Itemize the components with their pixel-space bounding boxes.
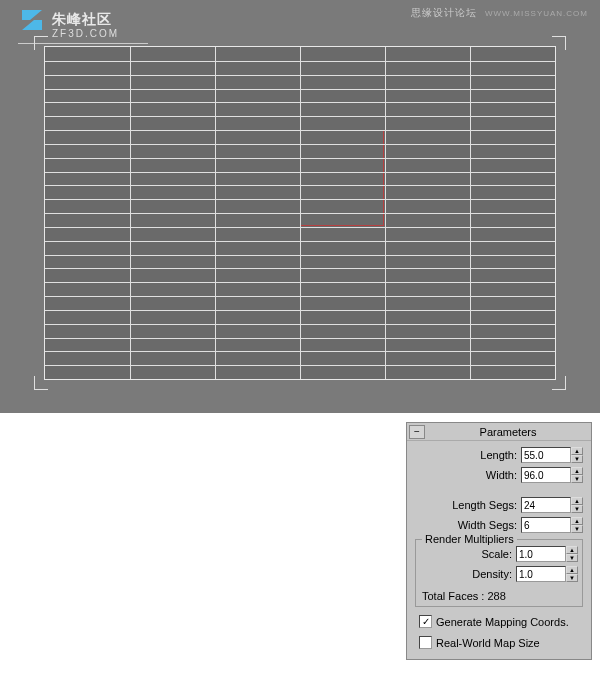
parameters-panel: − Parameters Length: ▲▼ Width: ▲▼ Length… bbox=[406, 422, 592, 660]
wsegs-up[interactable]: ▲ bbox=[571, 517, 583, 525]
lsegs-down[interactable]: ▼ bbox=[571, 505, 583, 513]
scale-up[interactable]: ▲ bbox=[566, 546, 578, 554]
wsegs-spinner[interactable]: ▲▼ bbox=[521, 517, 583, 533]
collapse-button[interactable]: − bbox=[409, 425, 425, 439]
render-multipliers-group: Render Multipliers Scale: ▲▼ Density: ▲▼… bbox=[415, 539, 583, 607]
logo-subtitle: ZF3D.COM bbox=[52, 28, 119, 39]
total-faces: Total Faces : 288 bbox=[420, 586, 578, 602]
mapping-label: Generate Mapping Coords. bbox=[436, 616, 569, 628]
panel-title: Parameters bbox=[425, 426, 591, 438]
scale-down[interactable]: ▼ bbox=[566, 554, 578, 562]
wsegs-down[interactable]: ▼ bbox=[571, 525, 583, 533]
length-label: Length: bbox=[480, 449, 517, 461]
width-up[interactable]: ▲ bbox=[571, 467, 583, 475]
lsegs-label: Length Segs: bbox=[452, 499, 517, 511]
plane-object[interactable] bbox=[44, 46, 556, 380]
watermark-url: WWW.MISSYUAN.COM bbox=[485, 9, 588, 18]
lsegs-up[interactable]: ▲ bbox=[571, 497, 583, 505]
density-spinner[interactable]: ▲▼ bbox=[516, 566, 578, 582]
length-spinner[interactable]: ▲▼ bbox=[521, 447, 583, 463]
length-input[interactable] bbox=[521, 447, 571, 463]
scale-input[interactable] bbox=[516, 546, 566, 562]
mapping-checkbox[interactable]: ✓ bbox=[419, 615, 432, 628]
watermark: 思缘设计论坛 WWW.MISSYUAN.COM bbox=[411, 6, 588, 20]
watermark-text: 思缘设计论坛 bbox=[411, 7, 477, 18]
length-up[interactable]: ▲ bbox=[571, 447, 583, 455]
lsegs-input[interactable] bbox=[521, 497, 571, 513]
density-input[interactable] bbox=[516, 566, 566, 582]
logo-icon bbox=[18, 6, 46, 34]
density-label: Density: bbox=[472, 568, 512, 580]
wsegs-input[interactable] bbox=[521, 517, 571, 533]
panel-header: − Parameters bbox=[407, 423, 591, 441]
scale-spinner[interactable]: ▲▼ bbox=[516, 546, 578, 562]
width-label: Width: bbox=[486, 469, 517, 481]
length-down[interactable]: ▼ bbox=[571, 455, 583, 463]
scale-label: Scale: bbox=[481, 548, 512, 560]
density-down[interactable]: ▼ bbox=[566, 574, 578, 582]
density-up[interactable]: ▲ bbox=[566, 566, 578, 574]
logo-text: 朱峰社区 bbox=[52, 11, 112, 29]
width-spinner[interactable]: ▲▼ bbox=[521, 467, 583, 483]
realworld-label: Real-World Map Size bbox=[436, 637, 540, 649]
wsegs-label: Width Segs: bbox=[458, 519, 517, 531]
viewport: 朱峰社区 ZF3D.COM 思缘设计论坛 WWW.MISSYUAN.COM bbox=[0, 0, 600, 413]
plane-grid[interactable] bbox=[44, 46, 556, 380]
multipliers-label: Render Multipliers bbox=[422, 533, 517, 545]
width-down[interactable]: ▼ bbox=[571, 475, 583, 483]
lsegs-spinner[interactable]: ▲▼ bbox=[521, 497, 583, 513]
realworld-checkbox[interactable] bbox=[419, 636, 432, 649]
width-input[interactable] bbox=[521, 467, 571, 483]
